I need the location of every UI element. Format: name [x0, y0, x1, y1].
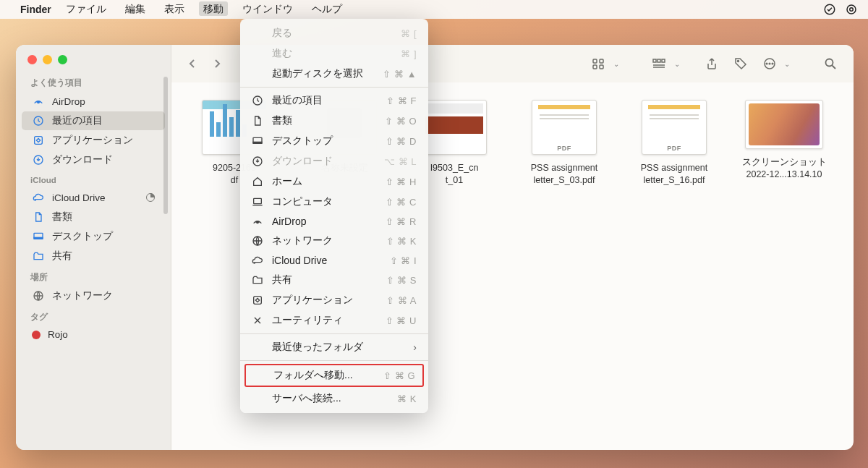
window-controls — [16, 45, 171, 72]
menu-item-label: 最近使ったフォルダ — [272, 341, 404, 354]
menu-item-書類[interactable]: 書類⇧ ⌘ O — [240, 111, 428, 131]
menu-item-label: ネットワーク — [272, 234, 378, 247]
svg-rect-15 — [658, 59, 660, 62]
svg-point-22 — [769, 63, 770, 64]
sidebar-scrollbar[interactable] — [163, 77, 168, 214]
status-icon[interactable] — [823, 3, 836, 16]
menu-ファイル[interactable]: ファイル — [61, 1, 111, 16]
sidebar-item-最近の項目[interactable]: 最近の項目 — [22, 111, 165, 130]
action-button[interactable] — [758, 54, 781, 74]
sidebar-item-デスクトップ[interactable]: デスクトップ — [22, 227, 165, 246]
shortcut: ⇧ ⌘ G — [383, 370, 415, 381]
menu-移動[interactable]: 移動 — [199, 1, 228, 16]
sidebar-section-label: iCloud — [16, 170, 171, 187]
storage-pie-icon — [146, 193, 155, 202]
shortcut: ⇧ ⌘ ▲ — [383, 69, 417, 80]
menu-item-label: サーバへ接続... — [272, 392, 388, 405]
svg-rect-10 — [593, 59, 597, 63]
icloud-icon — [32, 191, 45, 204]
menu-item-label: 戻る — [272, 27, 392, 40]
globe-icon — [32, 289, 45, 302]
file-name: PSS assignmentletter_S_16.pdf — [641, 162, 707, 187]
shared-icon — [32, 250, 45, 263]
file-item[interactable]: PSS assignmentletter_S_16.pdf — [624, 100, 724, 187]
icloud-icon — [252, 255, 263, 266]
file-name: PSS assignmentletter_S_03.pdf — [531, 162, 597, 187]
file-item[interactable]: スクリーンショット2022-12...13.14.10 — [734, 100, 834, 187]
forward-button[interactable] — [208, 54, 226, 73]
shortcut: ⇧ ⌘ F — [386, 95, 417, 106]
menu-item-共有[interactable]: 共有⇧ ⌘ S — [240, 270, 428, 290]
airdrop-icon — [32, 95, 45, 108]
sidebar-item-label: ダウンロード — [52, 153, 113, 166]
svg-rect-32 — [254, 297, 262, 305]
minimize-button[interactable] — [43, 55, 52, 64]
menu-item-label: アプリケーション — [272, 294, 378, 307]
menu-item-デスクトップ[interactable]: デスクトップ⇧ ⌘ D — [240, 131, 428, 151]
menu-item-アプリケーション[interactable]: アプリケーション⇧ ⌘ A — [240, 290, 428, 310]
sidebar-item-label: 最近の項目 — [52, 114, 103, 127]
menu-item-コンピュータ[interactable]: コンピュータ⇧ ⌘ C — [240, 192, 428, 212]
control-center-icon[interactable] — [845, 3, 858, 16]
shortcut: ⌥ ⌘ L — [384, 156, 417, 167]
menu-item-フォルダへ移動...[interactable]: フォルダへ移動...⇧ ⌘ G — [246, 365, 422, 386]
menu-item-ホーム[interactable]: ホーム⇧ ⌘ H — [240, 171, 428, 192]
app-name[interactable]: Finder — [20, 4, 51, 15]
shortcut: ⌘ [ — [401, 28, 417, 39]
menu-item-サーバへ接続...[interactable]: サーバへ接続...⌘ K — [240, 388, 428, 409]
go-menu-dropdown: 戻る⌘ [進む⌘ ]起動ディスクを選択⇧ ⌘ ▲最近の項目⇧ ⌘ F書類⇧ ⌘ … — [240, 19, 428, 413]
close-button[interactable] — [27, 55, 37, 64]
svg-rect-29 — [254, 198, 262, 203]
share-button[interactable] — [700, 54, 723, 74]
svg-rect-5 — [35, 137, 43, 145]
chevron-down-icon[interactable]: ⌄ — [674, 60, 680, 68]
tag-button[interactable] — [729, 54, 752, 74]
menu-表示[interactable]: 表示 — [160, 1, 189, 16]
menu-item-label: AirDrop — [272, 216, 377, 227]
file-item[interactable]: PSS assignmentletter_S_03.pdf — [514, 100, 614, 187]
desk-icon — [32, 230, 45, 243]
sidebar-item-AirDrop[interactable]: AirDrop — [22, 92, 165, 111]
zoom-button[interactable] — [58, 55, 67, 64]
menu-編集[interactable]: 編集 — [121, 1, 150, 16]
download-icon — [32, 153, 45, 166]
sidebar-item-共有[interactable]: 共有 — [22, 247, 165, 265]
menu-item-起動ディスクを選択[interactable]: 起動ディスクを選択⇧ ⌘ ▲ — [240, 64, 428, 84]
shared-icon — [252, 274, 263, 286]
sidebar-item-アプリケーション[interactable]: アプリケーション — [22, 131, 165, 150]
svg-rect-13 — [600, 65, 603, 69]
doc-thumb — [422, 100, 487, 155]
menu-item-最近の項目[interactable]: 最近の項目⇧ ⌘ F — [240, 90, 428, 111]
menu-item-AirDrop[interactable]: AirDrop⇧ ⌘ R — [240, 212, 428, 231]
menu-item-label: 共有 — [272, 273, 378, 286]
clock-icon — [32, 114, 45, 127]
menu-item-進む: 進む⌘ ] — [240, 43, 428, 64]
sidebar-item-ネットワーク[interactable]: ネットワーク — [22, 286, 165, 305]
util-icon — [252, 315, 263, 326]
chevron-down-icon[interactable]: ⌄ — [613, 60, 619, 68]
menu-item-iCloud Drive[interactable]: iCloud Drive⇧ ⌘ I — [240, 251, 428, 270]
sidebar-item-label: ネットワーク — [52, 289, 113, 302]
menu-ヘルプ[interactable]: ヘルプ — [307, 1, 346, 16]
sidebar-item-書類[interactable]: 書類 — [22, 208, 165, 226]
sidebar-item-Rojo[interactable]: Rojo — [22, 326, 165, 343]
svg-point-21 — [766, 63, 767, 64]
apps-icon — [252, 294, 263, 306]
download-icon — [252, 156, 263, 167]
sidebar-item-label: デスクトップ — [52, 230, 113, 243]
menu-ウインドウ[interactable]: ウインドウ — [238, 1, 297, 16]
sidebar-item-ダウンロード[interactable]: ダウンロード — [22, 150, 165, 169]
svg-rect-12 — [593, 65, 597, 69]
svg-point-2 — [847, 5, 856, 14]
view-icons-button[interactable] — [587, 54, 610, 74]
sidebar-item-iCloud Drive[interactable]: iCloud Drive — [22, 188, 165, 207]
back-button[interactable] — [183, 54, 202, 73]
shortcut: ⇧ ⌘ O — [385, 116, 417, 127]
menubar: Finder ファイル編集表示移動ウインドウヘルプ — [0, 0, 868, 19]
menu-item-ネットワーク[interactable]: ネットワーク⇧ ⌘ K — [240, 231, 428, 251]
chevron-down-icon[interactable]: ⌄ — [784, 60, 790, 68]
group-button[interactable] — [648, 54, 671, 74]
search-button[interactable] — [819, 54, 842, 74]
menu-item-ユーティリティ[interactable]: ユーティリティ⇧ ⌘ U — [240, 310, 428, 331]
menu-item-最近使ったフォルダ[interactable]: 最近使ったフォルダ› — [240, 337, 428, 357]
